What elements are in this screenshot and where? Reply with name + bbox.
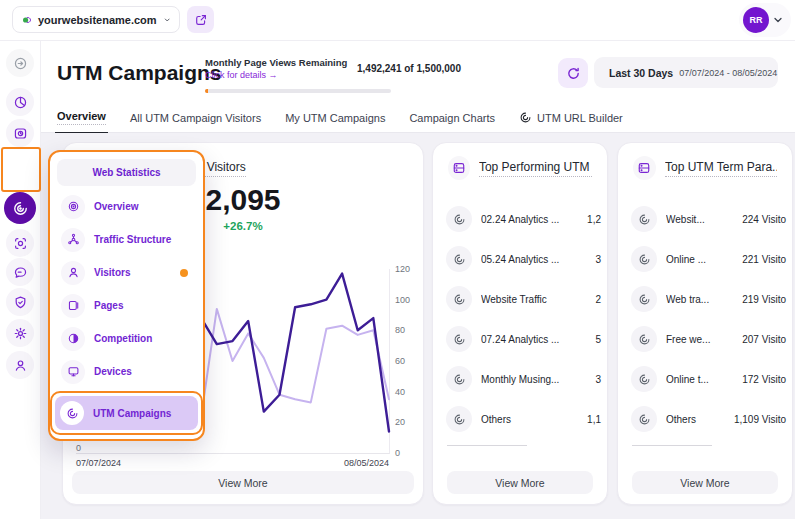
pie-chart-icon[interactable] [6,88,34,116]
view-more-button[interactable]: View More [447,471,593,494]
quota-progress-used [205,89,208,93]
web-statistics-menu: Web Statistics Overview Traffic Structur… [48,150,205,441]
tab-all-utm-campaign-visitors[interactable]: All UTM Campaign Visitors [130,103,261,133]
sidebar [0,40,41,519]
campaign-list: 02.24 Analytics ... 1,2 05.24 Analytics … [433,199,607,439]
date-range-picker[interactable]: Last 30 Days 07/07/2024 - 08/05/2024 [594,57,778,88]
list-item[interactable]: Free we... 207 Visito [618,319,792,359]
utm-spiral-icon [519,111,532,124]
list-item[interactable]: Websit... 224 Visito [618,199,792,239]
list-item[interactable]: Others 1,1 [433,399,607,439]
shield-check-icon[interactable] [6,288,34,316]
table-icon [633,156,656,180]
settings-gear-icon[interactable] [6,319,34,347]
utm-spiral-icon [446,286,472,312]
view-more-button[interactable]: View More [72,471,414,494]
utm-spiral-icon [631,326,657,352]
website-selector[interactable]: yourwebsitename.com [12,6,180,33]
website-favicon-icon [22,13,31,27]
utm-campaigns-icon[interactable] [4,192,36,224]
website-name: yourwebsitename.com [38,14,157,26]
annotation-box-menu-item: UTM Campaigns [50,391,203,435]
list-item[interactable]: 02.24 Analytics ... 1,2 [433,199,607,239]
top-performing-utm-card: Top Performing UTM ... 02.24 Analytics .… [432,142,608,505]
utm-spiral-icon [631,206,657,232]
annotation-box-sidebar [1,147,41,192]
chat-icon[interactable] [6,258,34,286]
collapse-icon[interactable] [6,49,34,77]
account-icon[interactable] [6,351,34,379]
account-menu[interactable]: RR [739,3,791,37]
tab-bar: Overview All UTM Campaign Visitors My UT… [40,103,795,133]
top-bar: yourwebsitename.com RR [0,0,795,41]
list-item[interactable]: 05.24 Analytics ... 3 [433,239,607,279]
divider [447,445,527,446]
list-item[interactable]: Online t... 172 Visito [618,359,792,399]
card-title: Top UTM Term Para... [665,160,777,177]
term-list: Websit... 224 Visito Online ... 221 Visi… [618,199,792,439]
x-axis-end: 08/05/2024 [344,458,389,468]
refresh-button[interactable] [558,58,588,88]
menu-item-overview[interactable]: Overview [56,190,197,223]
utm-spiral-icon [60,401,84,425]
tab-utm-url-builder[interactable]: UTM URL Builder [519,103,623,133]
app-window: yourwebsitename.com RR [0,0,795,519]
list-item[interactable]: Monthly Musing... 3 [433,359,607,399]
notification-dot [180,269,188,277]
quota-progress-bar [205,89,391,93]
utm-spiral-icon [446,406,472,432]
menu-item-pages[interactable]: Pages [56,289,197,322]
menu-item-competition[interactable]: Competition [56,322,197,355]
monitor-icon [61,360,85,384]
tab-overview[interactable]: Overview [57,103,106,133]
list-item[interactable]: Website Traffic 2 [433,279,607,319]
list-item[interactable]: Web tra... 219 Visito [618,279,792,319]
open-website-button[interactable] [187,6,214,33]
scan-icon[interactable] [6,229,34,257]
utm-spiral-icon [446,326,472,352]
table-icon [448,156,470,180]
pages-icon [61,294,85,318]
utm-spiral-icon [446,246,472,272]
list-item[interactable]: Online ... 221 Visito [618,239,792,279]
list-item[interactable]: 07.24 Analytics ... 5 [433,319,607,359]
menu-item-visitors[interactable]: Visitors [56,256,197,289]
refresh-icon [566,66,581,81]
y-axis-ticks: 120100806040200 [395,264,410,458]
network-icon [61,228,85,252]
menu-item-devices[interactable]: Devices [56,355,197,388]
page-title: UTM Campaigns [57,61,222,85]
menu-item-traffic-structure[interactable]: Traffic Structure [56,223,197,256]
utm-spiral-icon [631,246,657,272]
calendar-badge-icon[interactable] [6,119,34,147]
utm-spiral-icon [631,366,657,392]
date-range-label: Last 30 Days [609,67,673,79]
user-icon [61,261,85,285]
x-axis-labels: 07/07/2024 08/05/2024 [76,458,389,468]
menu-item-utm-campaigns[interactable]: UTM Campaigns [55,396,198,430]
chevron-down-icon [773,15,783,25]
list-item[interactable]: Others 1,109 Visito [618,399,792,439]
utm-spiral-icon [631,286,657,312]
external-link-icon [194,13,208,27]
chevron-down-icon [164,15,170,25]
y-axis-zero-left: 0 [76,443,81,453]
menu-title: Web Statistics [57,159,196,186]
divider [632,445,712,446]
date-range-value: 07/07/2024 - 08/05/2024 [679,68,777,78]
target-icon [61,195,85,219]
top-utm-term-card: Top UTM Term Para... Websit... 224 Visit… [617,142,793,505]
view-more-button[interactable]: View More [632,471,778,494]
utm-spiral-icon [446,206,472,232]
utm-spiral-icon [631,406,657,432]
x-axis-start: 07/07/2024 [76,458,121,468]
tab-my-utm-campaigns[interactable]: My UTM Campaigns [285,103,385,133]
tab-campaign-charts[interactable]: Campaign Charts [409,103,495,133]
quota-value: 1,492,241 of 1,500,000 [357,63,461,74]
avatar: RR [743,7,769,33]
utm-spiral-icon [446,366,472,392]
half-circle-icon [61,327,85,351]
card-title: Top Performing UTM ... [479,160,592,177]
